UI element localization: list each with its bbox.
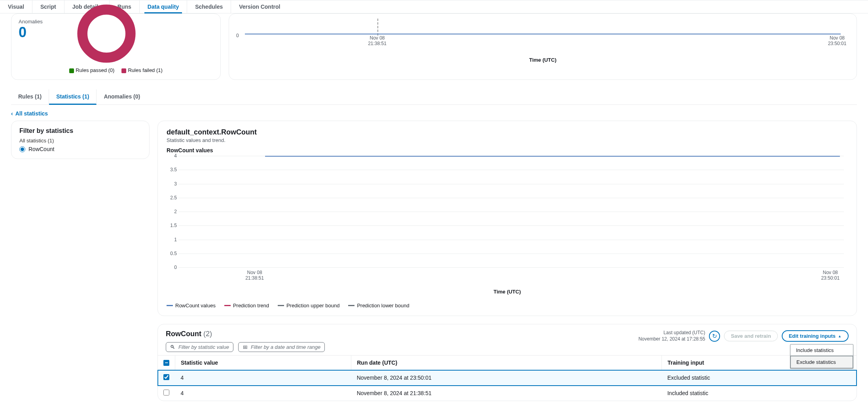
edit-training-inputs-button[interactable]: Edit training inputs ▲ [782, 330, 849, 342]
col-statistic-value[interactable]: Statistic value [175, 356, 351, 370]
rules-donut-chart [75, 2, 138, 65]
tab-data-quality[interactable]: Data quality [140, 0, 187, 13]
dropdown-include-statistics[interactable]: Include statistics [790, 344, 853, 356]
breadcrumb-label: All statistics [15, 110, 48, 117]
table-row[interactable]: 4 November 8, 2024 at 21:38:51 Included … [158, 386, 857, 401]
search-icon: 🔍︎ [170, 344, 175, 350]
chart-xlabel: Time (UTC) [167, 289, 848, 295]
detail-title: default_context.RowCount [167, 128, 848, 136]
cell-training-input: Included statistic [662, 386, 857, 401]
chart-title: RowCount values [167, 147, 848, 153]
filter-panel: Filter by statistics All statistics (1) … [11, 121, 150, 159]
legend-prediction-upper: Prediction upper bound [278, 303, 339, 308]
time-chart-xlabel: Time (UTC) [236, 57, 849, 63]
anomalies-card: Anomalies 0 Rules passed (0) Rules faile… [11, 13, 221, 80]
detail-panel: default_context.RowCount Statistic value… [157, 121, 857, 316]
time-chart-card: 0 Nov 08 21:38:51 Nov 08 23:50:01 Time (… [229, 13, 857, 80]
time-tick-1: Nov 08 21:38:51 [368, 35, 387, 46]
sub-tabs: Rules (1) Statistics (1) Anomalies (0) [11, 89, 857, 105]
row-checkbox[interactable] [163, 390, 169, 396]
dropdown-exclude-statistics[interactable]: Exclude statistics [790, 356, 853, 369]
subtab-anomalies[interactable]: Anomalies (0) [97, 89, 147, 104]
refresh-button[interactable]: ↻ [709, 331, 720, 342]
rowcount-table-card: RowCount (2) 🔍︎ Filter by statistic valu… [157, 324, 857, 401]
detail-subtitle: Statistic values and trend. [167, 137, 848, 143]
time-tick-2: Nov 08 23:50:01 [828, 35, 847, 46]
col-run-date[interactable]: Run date (UTC) [351, 356, 662, 370]
svg-point-0 [82, 9, 131, 58]
edit-training-dropdown: Include statistics Exclude statistics [790, 344, 853, 369]
last-updated: Last updated (UTC) November 12, 2024 at … [639, 330, 705, 342]
chart-xtick-1: Nov 0821:38:51 [245, 270, 264, 281]
legend-rules-failed: Rules failed (1) [121, 67, 162, 73]
filter-panel-title: Filter by statistics [19, 127, 141, 134]
filter-all-label: All statistics (1) [19, 138, 141, 144]
time-marker-line [377, 19, 378, 36]
tab-script[interactable]: Script [32, 0, 64, 13]
legend-prediction-lower: Prediction lower bound [348, 303, 409, 308]
legend-prediction-trend: Prediction trend [224, 303, 269, 308]
tab-schedules[interactable]: Schedules [187, 0, 231, 13]
triangle-up-icon: ▲ [838, 334, 841, 338]
tab-version-control[interactable]: Version Control [231, 0, 288, 13]
chart-legend: RowCount values Prediction trend Predict… [167, 303, 848, 308]
rowcount-table: − Statistic value Run date (UTC) Trainin… [158, 355, 857, 401]
cell-statistic-value: 4 [175, 386, 351, 401]
calendar-icon: 📅︎ [243, 344, 248, 350]
tab-visual[interactable]: Visual [0, 0, 32, 13]
cell-training-input: Excluded statistic [662, 370, 857, 386]
filter-date-range-input[interactable]: 📅︎ Filter by a date and time range [238, 342, 325, 352]
legend-rowcount-values: RowCount values [167, 303, 216, 308]
subtab-rules[interactable]: Rules (1) [11, 89, 49, 104]
cell-run-date: November 8, 2024 at 23:50:01 [351, 370, 662, 386]
row-checkbox[interactable] [163, 374, 169, 380]
chevron-left-icon: ‹ [11, 110, 13, 117]
summary-row: Anomalies 0 Rules passed (0) Rules faile… [0, 13, 868, 80]
y-zero-label: 0 [236, 33, 239, 38]
rowcount-chart: 00.511.522.533.54 Nov 0821:38:51 Nov 082… [167, 156, 844, 274]
subtab-statistics[interactable]: Statistics (1) [49, 89, 97, 105]
chart-xtick-2: Nov 0823:50:01 [821, 270, 840, 281]
legend-rules-passed: Rules passed (0) [69, 67, 114, 73]
select-all-checkbox-header[interactable]: − [158, 356, 175, 370]
refresh-icon: ↻ [712, 333, 717, 340]
cell-statistic-value: 4 [175, 370, 351, 386]
donut-legend: Rules passed (0) Rules failed (1) [19, 67, 213, 73]
cell-run-date: November 8, 2024 at 21:38:51 [351, 386, 662, 401]
filter-radio-rowcount[interactable]: RowCount [19, 146, 141, 152]
indeterminate-checkbox-icon: − [163, 360, 169, 366]
table-row[interactable]: 4 November 8, 2024 at 23:50:01 Excluded … [158, 370, 857, 386]
filter-radio-input[interactable] [19, 146, 25, 152]
save-retrain-button[interactable]: Save and retrain [724, 331, 777, 341]
breadcrumb[interactable]: ‹ All statistics [0, 105, 868, 121]
filter-statistic-value-input[interactable]: 🔍︎ Filter by statistic value [166, 342, 233, 352]
table-title: RowCount (2) [166, 330, 212, 338]
